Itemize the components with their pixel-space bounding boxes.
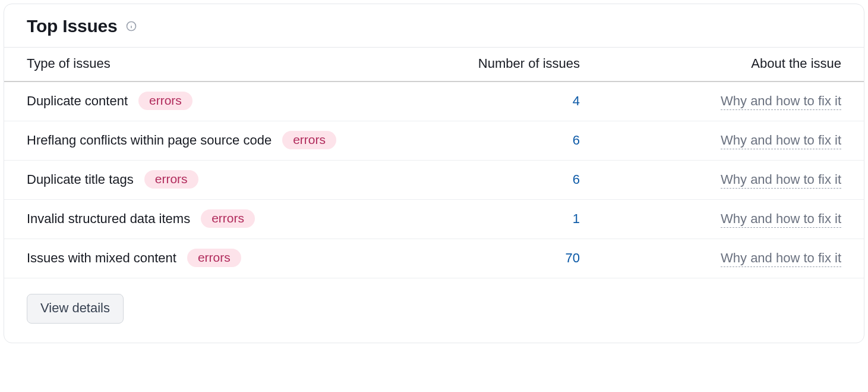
fix-link[interactable]: Why and how to fix it — [721, 250, 841, 267]
card-header: Top Issues — [4, 4, 864, 47]
fix-cell: Why and how to fix it — [586, 250, 841, 266]
issue-name-cell: Duplicate title tags errors — [27, 170, 449, 189]
column-header-type: Type of issues — [27, 56, 449, 71]
issue-name: Duplicate content — [27, 93, 128, 109]
fix-link[interactable]: Why and how to fix it — [721, 211, 841, 228]
issue-name: Duplicate title tags — [27, 172, 134, 187]
issue-count[interactable]: 4 — [449, 93, 586, 109]
error-badge: errors — [282, 131, 336, 149]
table-row: Duplicate title tags errors 6 Why and ho… — [4, 161, 864, 200]
error-badge: errors — [138, 92, 192, 110]
table-header-row: Type of issues Number of issues About th… — [4, 47, 864, 82]
issue-name: Hreflang conflicts within page source co… — [27, 133, 272, 148]
table-row: Issues with mixed content errors 70 Why … — [4, 239, 864, 278]
issue-name-cell: Issues with mixed content errors — [27, 249, 449, 267]
card-title: Top Issues — [27, 16, 117, 36]
table-row: Duplicate content errors 4 Why and how t… — [4, 82, 864, 121]
issue-count[interactable]: 6 — [449, 172, 586, 187]
issue-name-cell: Hreflang conflicts within page source co… — [27, 131, 449, 149]
table-row: Hreflang conflicts within page source co… — [4, 121, 864, 161]
issue-name-cell: Duplicate content errors — [27, 92, 449, 110]
error-badge: errors — [144, 170, 198, 189]
fix-link[interactable]: Why and how to fix it — [721, 133, 841, 149]
fix-cell: Why and how to fix it — [586, 211, 841, 227]
error-badge: errors — [201, 209, 255, 228]
view-details-button[interactable]: View details — [27, 294, 124, 324]
column-header-count: Number of issues — [449, 56, 586, 71]
card-footer: View details — [4, 278, 864, 343]
column-header-about: About the issue — [586, 56, 841, 71]
issue-count[interactable]: 1 — [449, 211, 586, 227]
error-badge: errors — [187, 249, 241, 267]
svg-point-2 — [131, 24, 132, 24]
issue-count[interactable]: 70 — [449, 250, 586, 266]
info-icon[interactable] — [125, 20, 137, 32]
fix-cell: Why and how to fix it — [586, 93, 841, 109]
issue-name-cell: Invalid structured data items errors — [27, 209, 449, 228]
fix-cell: Why and how to fix it — [586, 133, 841, 148]
fix-link[interactable]: Why and how to fix it — [721, 93, 841, 110]
issue-count[interactable]: 6 — [449, 133, 586, 148]
fix-link[interactable]: Why and how to fix it — [721, 172, 841, 189]
top-issues-card: Top Issues Type of issues Number of issu… — [4, 4, 864, 343]
table-row: Invalid structured data items errors 1 W… — [4, 200, 864, 239]
fix-cell: Why and how to fix it — [586, 172, 841, 187]
issue-name: Invalid structured data items — [27, 211, 190, 227]
issue-name: Issues with mixed content — [27, 250, 176, 266]
